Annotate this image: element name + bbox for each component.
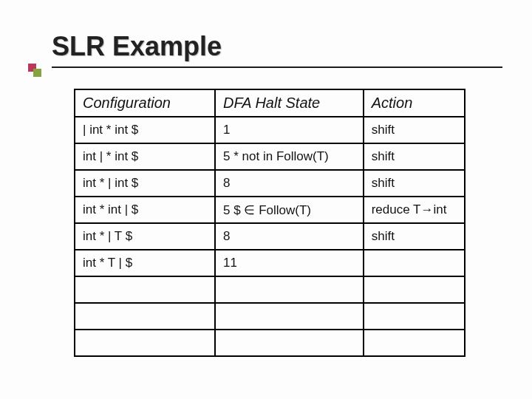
cell-action: reduce T→int	[364, 197, 465, 223]
title-row: SLR Example	[52, 31, 502, 68]
cell-action: shift	[364, 117, 465, 143]
table-row: int * T | $ 11	[75, 250, 465, 276]
header-configuration: Configuration	[75, 89, 215, 117]
slide: SLR Example Configuration DFA Halt State…	[0, 0, 532, 399]
cell-action	[364, 276, 465, 303]
cell-halt: 11	[215, 250, 364, 276]
table-header-row: Configuration DFA Halt State Action	[75, 89, 465, 117]
cell-action: shift	[364, 223, 465, 250]
cell-config: int * | T $	[75, 223, 215, 250]
cell-action	[364, 330, 465, 356]
table-row	[75, 276, 465, 303]
cell-action: shift	[364, 143, 465, 170]
cell-halt: 5 $ ∈ Follow(T)	[215, 197, 364, 223]
table-row: int * | int $ 8 shift	[75, 170, 465, 197]
slide-title: SLR Example	[52, 31, 502, 62]
decorative-squares	[28, 64, 40, 75]
cell-config	[75, 303, 215, 330]
cell-halt	[215, 276, 364, 303]
table-row: int * int | $ 5 $ ∈ Follow(T) reduce T→i…	[75, 197, 465, 223]
table-row	[75, 303, 465, 330]
cell-action	[364, 250, 465, 276]
slr-table: Configuration DFA Halt State Action | in…	[74, 89, 466, 357]
cell-config: | int * int $	[75, 117, 215, 143]
cell-halt: 8	[215, 170, 364, 197]
cell-config: int * | int $	[75, 170, 215, 197]
table-row: int * | T $ 8 shift	[75, 223, 465, 250]
table-container: Configuration DFA Halt State Action | in…	[74, 89, 466, 357]
table-row: | int * int $ 1 shift	[75, 117, 465, 143]
cell-action	[364, 303, 465, 330]
cell-halt: 5 * not in Follow(T)	[215, 143, 364, 170]
cell-config: int | * int $	[75, 143, 215, 170]
cell-halt: 8	[215, 223, 364, 250]
header-action: Action	[364, 89, 465, 117]
cell-config: int * T | $	[75, 250, 215, 276]
cell-config: int * int | $	[75, 197, 215, 223]
cell-config	[75, 276, 215, 303]
header-halt-state: DFA Halt State	[215, 89, 364, 117]
table-row	[75, 330, 465, 356]
table-row: int | * int $ 5 * not in Follow(T) shift	[75, 143, 465, 170]
cell-config	[75, 330, 215, 356]
cell-halt: 1	[215, 117, 364, 143]
cell-halt	[215, 330, 364, 356]
cell-action: shift	[364, 170, 465, 197]
cell-halt	[215, 303, 364, 330]
